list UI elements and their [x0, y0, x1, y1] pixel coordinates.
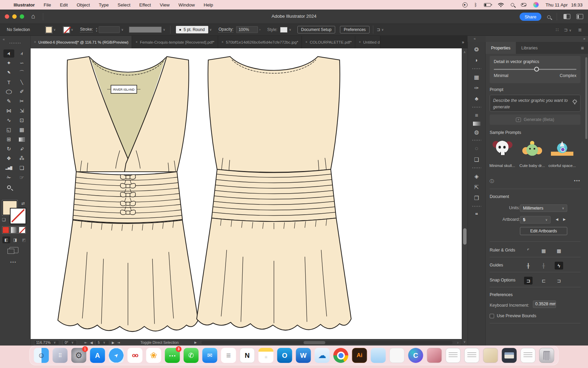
menu-effect[interactable]: Effect: [139, 2, 151, 7]
preview-doc3[interactable]: [521, 348, 536, 363]
list-view-icon[interactable]: ≣: [578, 27, 582, 32]
opacity-field[interactable]: 100%: [236, 26, 258, 33]
tab-female-croquis[interactable]: ×Female-Croquis-template [Recovered].pdf…: [132, 36, 218, 48]
show-rulers-icon[interactable]: ⌜: [524, 247, 533, 255]
battery-icon[interactable]: [484, 3, 491, 7]
snap-settings-chevron-icon[interactable]: ∨: [381, 28, 384, 31]
tab-overflow-icon[interactable]: »: [458, 36, 468, 48]
system-settings[interactable]: ⚙1: [71, 348, 86, 363]
fill-chevron-icon[interactable]: ∨: [53, 28, 56, 31]
app-search-icon[interactable]: [547, 14, 551, 20]
outlook[interactable]: O: [277, 348, 292, 363]
horizontal-scroll-thumb[interactable]: [304, 341, 325, 344]
zoom-tool[interactable]: [3, 183, 14, 191]
export-panel-icon[interactable]: ⇱: [471, 182, 483, 192]
artboards-panel-icon[interactable]: ❐: [471, 193, 483, 203]
sample-minimal-skull[interactable]: Minimal skull...: [490, 138, 515, 168]
rotation-dropdown[interactable]: 0°∨: [63, 340, 77, 345]
close-tab-icon[interactable]: ×: [305, 40, 307, 44]
onedrive[interactable]: ☁: [315, 348, 330, 363]
paintbrush-tool[interactable]: ✐: [16, 88, 27, 96]
none-button[interactable]: [19, 227, 26, 233]
tab-libraries[interactable]: Libraries: [516, 42, 543, 54]
tab-colourpalette[interactable]: ×COLOURPALETTE.pdf*: [302, 36, 355, 48]
reminders-app[interactable]: ≣: [221, 348, 236, 363]
perspective-grid-tool[interactable]: ▦: [16, 126, 27, 134]
lasso-tool[interactable]: ∽: [16, 59, 27, 67]
style-swatch[interactable]: [280, 27, 288, 33]
tab-untitled-6[interactable]: ×Untitled-6 [Recovered]* @ 116.71 % (RGB…: [31, 36, 132, 48]
more-options-icon[interactable]: •••: [574, 179, 581, 184]
app-menu[interactable]: Illustrator: [14, 2, 35, 7]
gradient-button[interactable]: [11, 227, 17, 233]
panel-scroll-thumb[interactable]: [585, 57, 587, 139]
artboard-canvas[interactable]: RIVER ISLAND: [31, 48, 462, 339]
close-tab-icon[interactable]: ×: [359, 40, 361, 44]
stroke-weight-chevron-icon[interactable]: ∨: [121, 28, 124, 31]
zoom-chevron-icon[interactable]: ∨: [54, 341, 56, 344]
magic-wand-tool[interactable]: ✦: [3, 59, 14, 67]
siri-icon[interactable]: [533, 2, 539, 7]
snap-settings-icon[interactable]: ⊐: [377, 27, 380, 32]
info-icon[interactable]: ⓘ: [490, 179, 494, 184]
show-guides-icon[interactable]: ╂: [524, 262, 533, 270]
preferences-button[interactable]: Preferences: [340, 26, 370, 33]
grid-dots-icon[interactable]: ∷: [556, 27, 558, 32]
finder[interactable]: ☺: [34, 348, 49, 363]
draw-behind-icon[interactable]: ◨: [11, 236, 19, 243]
swap-fill-stroke-icon[interactable]: ⇄: [21, 201, 25, 206]
previous-artboard-icon[interactable]: ◀: [90, 341, 93, 344]
scissors-tool[interactable]: ✂: [16, 97, 27, 105]
arrange-documents-icon[interactable]: [564, 14, 570, 19]
canvas-horizontal-scrollbar[interactable]: [201, 341, 453, 344]
eyedropper-tool[interactable]: ✑: [16, 145, 27, 153]
layers-panel-icon[interactable]: ◈: [471, 171, 483, 181]
chrome[interactable]: [333, 348, 348, 363]
next-artboard-arrow-icon[interactable]: ▶: [563, 217, 566, 221]
close-tab-icon[interactable]: ×: [135, 40, 137, 44]
color-panel-icon[interactable]: ❂: [471, 45, 483, 54]
first-artboard-icon[interactable]: ⇤: [84, 341, 87, 344]
bluetooth-icon[interactable]: ᛒ: [474, 2, 477, 7]
menu-edit[interactable]: Edit: [60, 2, 68, 7]
artboard-number-dropdown[interactable]: 5∨: [95, 340, 109, 345]
free-transform-tool[interactable]: ⊡: [16, 116, 27, 124]
pen-tool[interactable]: ✒: [3, 68, 14, 77]
rotate-tool[interactable]: ↻: [3, 145, 14, 153]
scroll-up-icon[interactable]: ∧: [463, 50, 466, 54]
menu-window[interactable]: Window: [178, 2, 195, 7]
zoom-level-dropdown[interactable]: 116.71%∨: [34, 340, 59, 345]
width-tool[interactable]: ∿: [3, 116, 14, 124]
collapse-tools-icon[interactable]: «: [3, 37, 5, 41]
units-dropdown[interactable]: Millimeters∨: [520, 204, 567, 212]
scroll-down-icon[interactable]: ∨: [463, 340, 466, 343]
brush-definition-dropdown[interactable]: 5 pt. Round: [176, 26, 208, 33]
next-artboard-icon[interactable]: ▶: [112, 341, 115, 344]
snap-to-point-icon[interactable]: ⊐: [524, 277, 533, 285]
preview-doc2[interactable]: [464, 348, 479, 363]
tools-drag-handle[interactable]: [10, 43, 21, 44]
smart-guides-icon[interactable]: ϟ: [555, 262, 563, 270]
graphic-styles-panel-icon[interactable]: ❑: [471, 155, 483, 164]
menu-view[interactable]: View: [160, 2, 169, 7]
comments-panel-icon[interactable]: ❝: [471, 210, 483, 219]
column-graph-tool[interactable]: ▂▅█: [3, 164, 14, 172]
stroke-weight-label[interactable]: Stroke:: [80, 27, 93, 32]
style-chevron-icon[interactable]: ∨: [289, 28, 291, 31]
share-button[interactable]: Share: [520, 13, 541, 21]
rotation-chevron-icon[interactable]: ∨: [71, 341, 74, 344]
tab-570bff-jpg[interactable]: ×570bff1e14d626bc6ef6d4e7cfe772bc.jpg*: [218, 36, 302, 48]
magnet-icon[interactable]: ⊐∨: [564, 27, 573, 32]
swatches-panel-icon[interactable]: ▦: [471, 72, 483, 82]
red-rings-app[interactable]: oo: [128, 348, 143, 363]
brushes-panel-icon[interactable]: ✑: [471, 83, 483, 93]
control-center-icon[interactable]: [521, 3, 526, 6]
prompt-input[interactable]: Describe the vector graphic you want to …: [490, 95, 581, 112]
fill-color-swatch[interactable]: [46, 27, 52, 33]
artboard-tool[interactable]: ❏: [16, 164, 27, 172]
last-artboard-icon[interactable]: ⇥: [117, 341, 120, 344]
use-preview-bounds-row[interactable]: Use Preview Bounds: [490, 313, 536, 318]
canvas-scroll-thumb[interactable]: [463, 228, 467, 245]
type-tool[interactable]: T: [3, 78, 14, 86]
gradient-tool[interactable]: [16, 135, 27, 143]
